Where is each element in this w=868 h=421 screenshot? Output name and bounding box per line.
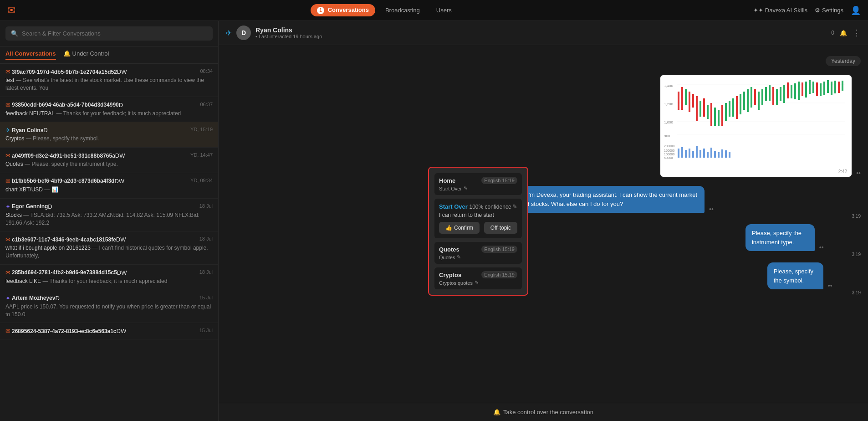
tab-under-control[interactable]: 🔔 Under Control [63, 50, 109, 60]
svg-rect-63 [707, 152, 709, 158]
popup-cryptos-item: Cryptos English 15:19 Cryptos quotes ✎ [434, 267, 522, 289]
svg-rect-40 [791, 85, 792, 98]
tab-users[interactable]: Users [430, 5, 458, 16]
conv-preview: what if i bought apple on 20161223 — I c… [5, 244, 213, 260]
search-input[interactable] [22, 30, 207, 37]
list-item[interactable]: ✉ b1fbb5b6-bef6-4bf9-a2d3-c873d6ba4f3d D… [0, 173, 218, 199]
popup-item-title: Home [439, 177, 455, 184]
svg-rect-37 [780, 87, 781, 101]
main-layout: 🔍 All Conversations 🔔 Under Control ✉ 3f… [0, 21, 868, 421]
list-item[interactable]: ✦ Artem Mozheyev D 15 Jul AAPL price is … [0, 290, 218, 323]
tab-broadcasting[interactable]: Broadcasting [379, 5, 426, 16]
list-item[interactable]: ✉ 93850cdd-b694-46ab-a5d4-7b04d3d34990 D… [0, 97, 218, 123]
svg-rect-38 [783, 85, 785, 103]
popup-item-sub: Quotes ✎ [439, 254, 517, 260]
conv-time: 08:34 [200, 68, 213, 74]
svg-rect-69 [729, 152, 730, 158]
sidebar-tabs: All Conversations 🔔 Under Control [0, 46, 218, 64]
popup-item-badge: English 15:19 [481, 177, 517, 184]
nav-tabs: 1 Conversations Broadcasting Users [311, 4, 458, 16]
conv-time: 18 Jul [199, 203, 213, 209]
conv-preview: chart XBT/USD — 📊 [5, 186, 213, 194]
svg-text:1,400: 1,400 [664, 84, 674, 88]
svg-rect-15 [700, 101, 701, 117]
popup-confirm-section: Start Over 100% confidence ✎ I can retur… [434, 199, 522, 238]
profile-button[interactable]: 👤 [851, 5, 861, 15]
svg-rect-47 [816, 82, 818, 96]
list-item[interactable]: ✉ 26895624-5387-4a72-8193-ec8c6e563a1c D… [0, 323, 218, 339]
conversation-list: ✉ 3f9ac709-197d-4db5-9b7b-1e2704a15d52 D… [0, 64, 218, 421]
svg-rect-41 [794, 83, 796, 99]
message-icon: ✉ [5, 178, 10, 185]
svg-rect-50 [827, 80, 829, 93]
sidebar-search-area: 🔍 [0, 21, 218, 46]
tab-all-conversations[interactable]: All Conversations [5, 50, 56, 60]
popup-actions: 👍 Confirm Off-topic [439, 222, 517, 234]
edit-icon[interactable]: ✎ [457, 254, 461, 260]
edit-icon[interactable]: ✎ [475, 280, 479, 286]
list-item[interactable]: ✉ c1b3e607-11c7-4346-9eeb-4cabc18158fe D… [0, 231, 218, 265]
conv-id: c1b3e607-11c7-4346-9eeb-4cabc18158fe [12, 236, 116, 243]
take-control-button[interactable]: 🔔 Take control over the conversation [226, 409, 861, 416]
off-topic-button[interactable]: Off-topic [484, 222, 517, 234]
list-item[interactable]: ✉ 285bd694-3781-4fb2-b9d6-9e73884d15c5 D… [0, 265, 218, 290]
msg-time: 3:19 [852, 252, 861, 257]
search-icon: 🔍 [11, 30, 18, 37]
svg-rect-17 [707, 105, 709, 119]
svg-rect-31 [758, 92, 760, 110]
d-badge: D [55, 295, 59, 302]
svg-rect-66 [718, 152, 720, 158]
ai-skills-icon: ✦✦ [753, 7, 763, 14]
intent-popup[interactable]: Home English 15:19 Start Over ✎ Start Ov… [428, 167, 528, 296]
list-item[interactable]: ✉ a049ff09-d3e2-4d91-be51-331c88b8765a D… [0, 148, 218, 173]
svg-rect-13 [692, 94, 694, 108]
conv-name: Egor Genning [12, 203, 48, 210]
message-status-dots: •• [709, 205, 714, 213]
chat-header-actions: 0 🔔 ⋮ [831, 28, 861, 38]
svg-text:900: 900 [664, 134, 670, 138]
svg-text:150000: 150000 [664, 149, 674, 152]
svg-rect-51 [831, 82, 832, 95]
tab-conversations[interactable]: 1 Conversations [311, 4, 375, 16]
conversations-badge: 1 [317, 7, 324, 14]
dw-badge: DW [115, 152, 125, 159]
svg-rect-46 [812, 82, 814, 93]
message-status-dots: •• [828, 282, 832, 289]
gear-icon: ⚙ [815, 7, 820, 14]
svg-rect-55 [678, 149, 679, 158]
svg-rect-32 [761, 89, 763, 105]
list-item[interactable]: ✦ Egor Genning D 18 Jul Stocks — TSLA:Bi… [0, 199, 218, 232]
edit-icon[interactable]: ✎ [464, 185, 468, 191]
conv-time: 18 Jul [199, 269, 213, 275]
search-box[interactable]: 🔍 [5, 26, 213, 41]
ai-skills-button[interactable]: ✦✦ Davexa AI Skills [753, 7, 807, 14]
settings-button[interactable]: ⚙ Settings [815, 7, 843, 14]
date-badge: Yesterday [826, 56, 861, 66]
svg-rect-23 [729, 101, 730, 117]
svg-rect-18 [710, 103, 712, 126]
popup-item-sub: Cryptos quotes ✎ [439, 280, 517, 286]
list-item-ryan-colins[interactable]: ✈ Ryan Colins D YD, 15:19 Cryptos — Plea… [0, 122, 218, 148]
notification-count: 0 [831, 30, 834, 36]
list-item[interactable]: ✉ 3f9ac709-197d-4db5-9b7b-1e2704a15d52 D… [0, 64, 218, 97]
svg-rect-65 [714, 151, 716, 158]
more-options-icon[interactable]: ⋮ [853, 28, 861, 38]
sidebar: 🔍 All Conversations 🔔 Under Control ✉ 3f… [0, 21, 219, 421]
confirm-button[interactable]: 👍 Confirm [439, 222, 480, 234]
svg-rect-36 [776, 89, 778, 105]
svg-rect-67 [721, 149, 723, 158]
svg-rect-52 [834, 81, 836, 93]
dw-badge: DW [117, 68, 127, 75]
svg-rect-39 [787, 82, 789, 98]
edit-icon[interactable]: ✎ [512, 203, 517, 210]
svg-rect-42 [798, 82, 800, 100]
svg-rect-16 [703, 98, 705, 117]
svg-rect-43 [802, 82, 803, 96]
under-control-icon: 🔔 [63, 50, 71, 57]
conv-id: b1fbb5b6-bef6-4bf9-a2d3-c873d6ba4f3d [12, 178, 114, 184]
message-row: Please, specify the symbol. •• 3:19 [226, 262, 861, 295]
svg-rect-60 [696, 146, 698, 158]
svg-rect-54 [842, 81, 843, 91]
svg-rect-11 [685, 89, 687, 105]
chart-container: 1,400 1,200 1,000 900 [660, 75, 852, 177]
